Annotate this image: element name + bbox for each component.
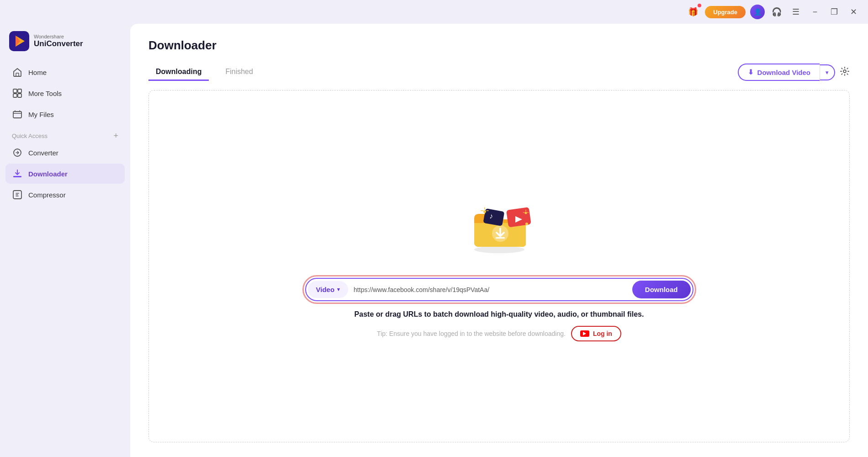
sidebar-item-more-tools[interactable]: More Tools [5,83,125,103]
youtube-icon [580,330,589,337]
downloader-icon [12,168,23,179]
tab-finished[interactable]: Finished [218,64,260,81]
svg-rect-4 [13,89,17,93]
close-button[interactable]: ✕ [846,5,861,19]
sidebar: Wondershare UniConverter Home [0,24,130,457]
svg-rect-6 [13,94,17,97]
download-icon: ⬇ [748,68,754,76]
svg-rect-10 [13,176,21,177]
converter-icon [12,147,23,158]
download-video-label: Download Video [757,69,810,76]
quick-access-title: Quick Access [12,133,48,139]
logo-text: Wondershare UniConverter [34,34,83,48]
menu-button[interactable]: ☰ [789,5,803,19]
gift-icon-wrap: 🎁 [686,5,700,19]
illustration-svg: ♪ [463,191,536,255]
sidebar-item-downloader[interactable]: Downloader [5,164,125,184]
downloader-label: Downloader [28,170,68,178]
illustration: ♪ [463,191,536,264]
login-label: Log in [593,330,612,337]
svg-rect-15 [496,237,505,239]
minimize-button[interactable]: − [808,5,822,19]
compressor-icon [12,189,23,200]
svg-point-12 [843,70,846,73]
compressor-label: Compressor [28,191,66,199]
video-type-chevron-icon: ▾ [337,287,340,292]
app-body: Wondershare UniConverter Home [0,24,868,457]
quick-access-add-button[interactable]: + [113,132,118,140]
download-button[interactable]: Download [632,281,691,298]
logo-area: Wondershare UniConverter [0,24,130,62]
svg-rect-7 [18,94,21,97]
svg-point-13 [474,246,524,253]
user-avatar[interactable]: 👤 [750,5,765,19]
home-icon [12,67,23,78]
sidebar-item-home[interactable]: Home [5,62,125,82]
logo-name: UniConverter [34,39,83,48]
main-content: Downloader Downloading Finished ⬇ Downlo… [130,24,868,457]
logo-brand: Wondershare [34,34,83,39]
svg-rect-8 [13,112,21,118]
login-button[interactable]: Log in [571,326,621,341]
nav-items: Home More Tools [0,62,130,124]
tabs: Downloading Finished [148,64,270,81]
download-video-chevron-button[interactable]: ▾ [820,64,835,80]
support-button[interactable]: 🎧 [769,5,784,19]
svg-point-22 [482,224,484,226]
more-tools-icon [12,88,23,99]
download-video-button[interactable]: ⬇ Download Video [738,64,820,81]
restore-button[interactable]: ❐ [827,5,842,19]
svg-rect-5 [18,89,21,93]
youtube-play-icon [583,332,586,335]
tabs-row: Downloading Finished ⬇ Download Video ▾ [148,64,850,81]
settings-button[interactable] [840,66,850,79]
url-input-container: Video ▾ Download [305,278,693,301]
sidebar-item-my-files[interactable]: My Files [5,104,125,124]
my-files-label: My Files [28,111,54,118]
app-logo-icon [9,31,29,51]
converter-label: Converter [28,149,58,157]
url-input[interactable] [350,282,630,298]
svg-text:♪: ♪ [489,212,493,220]
quick-access-header: Quick Access + [0,124,130,143]
tip-text: Tip: Ensure you have logged in to the we… [377,330,566,337]
video-type-label: Video [316,286,335,293]
gift-notification-dot [698,4,701,7]
my-files-icon [12,109,23,120]
tab-downloading[interactable]: Downloading [148,64,209,81]
upgrade-button[interactable]: Upgrade [705,6,746,18]
page-title: Downloader [148,38,850,53]
title-bar: 🎁 Upgrade 👤 🎧 ☰ − ❐ ✕ [0,0,868,24]
tip-row: Tip: Ensure you have logged in to the we… [377,326,621,341]
svg-point-23 [525,223,528,225]
paste-instructions: Paste or drag URLs to batch download hig… [355,310,644,319]
svg-rect-3 [16,73,19,76]
more-tools-label: More Tools [28,90,62,97]
sidebar-item-compressor[interactable]: Compressor [5,185,125,205]
home-label: Home [28,69,47,76]
svg-point-21 [524,212,527,214]
content-area: ♪ Video ▾ Download [148,90,850,442]
title-bar-actions: 🎁 Upgrade 👤 🎧 ☰ − ❐ ✕ [686,5,861,19]
quick-access-items: Converter Downloader Com [0,143,130,205]
video-type-button[interactable]: Video ▾ [308,281,349,298]
sidebar-item-converter[interactable]: Converter [5,143,125,163]
download-video-btn-wrap: ⬇ Download Video ▾ [738,64,850,81]
